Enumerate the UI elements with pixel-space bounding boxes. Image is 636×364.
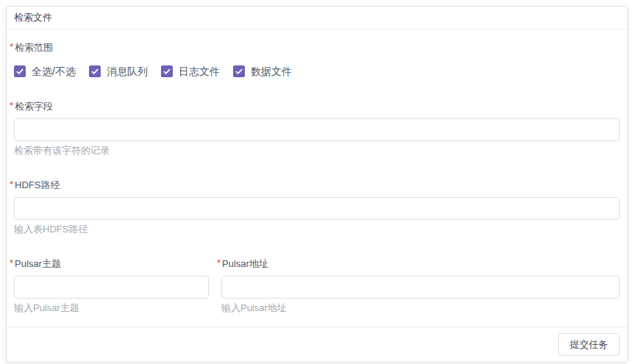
card-body: *检索范围 全选/不选 消息队列 日志文件 [7, 29, 627, 326]
card-footer: 提交任务 [7, 326, 627, 362]
submit-task-button[interactable]: 提交任务 [558, 333, 620, 356]
check-icon [163, 68, 171, 74]
pulsar-address-hint: 输入Pulsar地址 [221, 303, 620, 313]
hdfs-path-label-text: HDFS路经 [15, 179, 60, 190]
checkbox-item-select-all[interactable]: 全选/不选 [14, 65, 76, 77]
required-mark: * [10, 257, 13, 268]
checkbox-log-file[interactable] [161, 65, 173, 77]
card-title: 检索文件 [14, 12, 52, 23]
checkbox-data-file[interactable] [233, 65, 245, 77]
hdfs-path-label: *HDFS路经 [10, 179, 620, 190]
checkbox-label-data-file[interactable]: 数据文件 [251, 65, 292, 77]
required-mark: * [10, 41, 13, 52]
scope-label-text: 检索范围 [15, 42, 53, 53]
pulsar-address-input[interactable] [221, 276, 620, 299]
checkbox-item-message-queue[interactable]: 消息队列 [89, 65, 148, 77]
page: 检索文件 *检索范围 全选/不选 消息队列 日志文件 [0, 0, 636, 364]
required-mark: * [217, 257, 221, 268]
check-icon [235, 68, 243, 74]
checkbox-label-log-file[interactable]: 日志文件 [179, 65, 220, 77]
search-field-hint: 检索带有该字符的记录 [14, 146, 620, 156]
form-item-pulsar-address: *Pulsar地址 输入Pulsar地址 [221, 257, 620, 313]
form-item-pulsar-topic: *Pulsar主题 输入Pulsar主题 [14, 257, 209, 313]
pulsar-topic-label-text: Pulsar主题 [15, 258, 61, 269]
search-field-input[interactable] [14, 118, 620, 141]
pulsar-address-label-text: Pulsar地址 [222, 258, 268, 269]
required-mark: * [10, 100, 13, 111]
checkbox-message-queue[interactable] [89, 65, 101, 77]
form-item-search-field: *检索字段 检索带有该字符的记录 [14, 100, 620, 156]
check-icon [16, 68, 24, 74]
pulsar-topic-hint: 输入Pulsar主题 [14, 303, 209, 313]
form-item-scope: *检索范围 全选/不选 消息队列 日志文件 [14, 41, 620, 77]
card-header: 检索文件 [7, 7, 627, 29]
checkbox-label-select-all[interactable]: 全选/不选 [32, 65, 76, 77]
pulsar-topic-input[interactable] [14, 276, 209, 299]
checkbox-label-message-queue[interactable]: 消息队列 [107, 65, 148, 77]
search-field-label-text: 检索字段 [15, 101, 53, 112]
scope-checkbox-group: 全选/不选 消息队列 日志文件 数据文件 [14, 65, 620, 77]
checkbox-select-all[interactable] [14, 65, 26, 77]
search-file-card: 检索文件 *检索范围 全选/不选 消息队列 日志文件 [6, 6, 628, 363]
form-item-hdfs-path: *HDFS路经 输入表HDFS路径 [14, 179, 620, 235]
pulsar-topic-label: *Pulsar主题 [10, 257, 209, 269]
hdfs-path-hint: 输入表HDFS路径 [14, 224, 620, 235]
checkbox-item-data-file[interactable]: 数据文件 [233, 65, 292, 77]
required-mark: * [10, 179, 13, 190]
search-field-label: *检索字段 [10, 100, 620, 112]
checkbox-item-log-file[interactable]: 日志文件 [161, 65, 220, 77]
check-icon [91, 68, 99, 74]
hdfs-path-input[interactable] [14, 197, 620, 220]
scope-label: *检索范围 [10, 41, 620, 53]
pulsar-row: *Pulsar主题 输入Pulsar主题 *Pulsar地址 输入Pulsar地… [14, 257, 620, 313]
pulsar-address-label: *Pulsar地址 [217, 257, 620, 269]
